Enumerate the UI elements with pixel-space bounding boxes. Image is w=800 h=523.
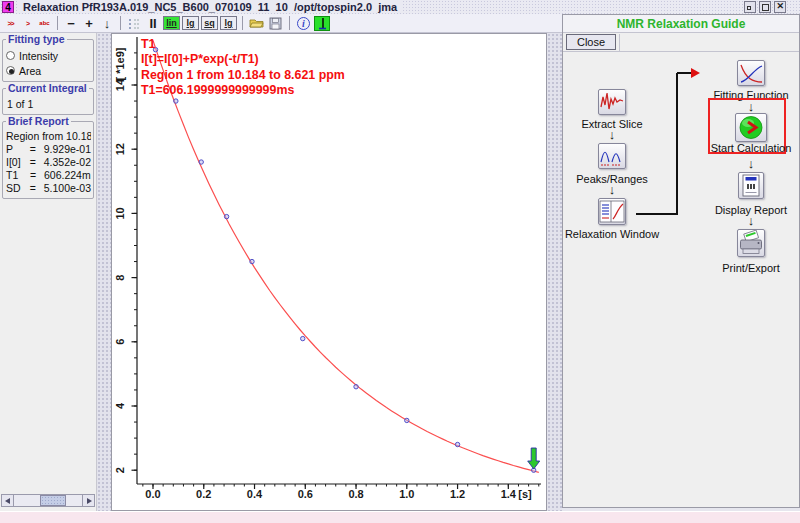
data-point (354, 385, 358, 389)
window-title: Relaxation PfR193A.019_NC5_B600_070109 1… (19, 1, 401, 13)
relaxation-plot: 0.00.20.40.60.81.01.21.4[s]1412108642[ *… (112, 34, 546, 510)
start-calculation-icon (736, 114, 766, 141)
y-axis-unit: [ *1e9] (114, 47, 126, 80)
radio-intensity-circle[interactable] (6, 51, 15, 60)
scroll-left-button[interactable] (1, 494, 14, 507)
data-point (224, 214, 228, 218)
current-integral-group: Current Integral 1 of 1 (2, 88, 94, 115)
report-row-t1: T1=606.224m (6, 169, 91, 182)
execute-button[interactable]: > (20, 16, 35, 31)
radio-area[interactable]: Area (6, 63, 91, 78)
plot-annotation: I[t]=I[0]+P*exp(-t/T1) (141, 52, 259, 66)
open-folder-icon[interactable] (248, 15, 265, 31)
guide-toolbar: Close (563, 33, 799, 52)
print-export-button[interactable] (737, 229, 765, 257)
scrollbar-thumb[interactable] (40, 495, 66, 506)
brief-report-title: Brief Report (6, 115, 71, 127)
flow-connector-vertical (676, 73, 678, 215)
y-tick-label: 8 (114, 275, 126, 281)
flow-arrow-down: ↓ (748, 102, 755, 112)
fit-curve (153, 40, 539, 472)
fitting-type-title: Fitting type (6, 33, 67, 45)
left-panel-hscrollbar[interactable] (1, 494, 95, 507)
relaxation-plot-canvas[interactable]: 0.00.20.40.60.81.01.21.4[s]1412108642[ *… (111, 33, 547, 511)
scale-sq-button[interactable]: sq (201, 16, 218, 30)
fitting-function-button[interactable] (737, 60, 765, 86)
guide-toolbar-separator (619, 34, 620, 51)
save-icon[interactable] (267, 15, 284, 31)
radio-area-circle[interactable] (6, 66, 15, 75)
integration-tool-icon[interactable] (314, 16, 330, 31)
iconify-button[interactable] (744, 1, 756, 13)
report-row-sd: SD=5.100e-03 (6, 182, 91, 195)
zoom-out-button[interactable]: − (63, 15, 79, 31)
relaxation-window-icon (599, 199, 625, 224)
flow-arrow-down: ↓ (609, 130, 616, 140)
display-report-button[interactable] (738, 172, 764, 199)
status-strip (0, 511, 800, 523)
abc-button[interactable]: abc (37, 16, 52, 31)
window-badge: 4 (2, 1, 14, 13)
flow-arrow-down: ↓ (748, 159, 755, 169)
split-divider-left[interactable] (97, 33, 111, 511)
pause-button[interactable]: II (145, 15, 161, 31)
radio-area-label: Area (19, 65, 41, 77)
close-window-button[interactable] (774, 1, 786, 13)
maximize-icon (762, 4, 769, 11)
plot-annotation: T1=606.1999999999999ms (141, 83, 294, 97)
x-tick-label: 1.0 (399, 488, 414, 500)
iconify-icon (747, 6, 751, 10)
window-titlebar[interactable]: 4 Relaxation PfR193A.019_NC5_B600_070109… (0, 0, 800, 14)
plot-annotation: T1 (141, 37, 156, 51)
extract-slice-button[interactable] (598, 89, 626, 115)
toolbar-separator (242, 16, 243, 30)
info-icon[interactable]: i (295, 15, 312, 31)
y-tick-label: 6 (114, 339, 126, 345)
flow-connector-bottom (636, 213, 677, 215)
x-tick-label: 0.8 (348, 488, 363, 500)
arrow-down-button[interactable]: ↓ (99, 15, 115, 31)
radio-intensity[interactable]: Intensity (6, 48, 91, 63)
extract-slice-icon (599, 90, 625, 114)
fitting-type-group: Fitting type Intensity Area (2, 39, 94, 82)
radio-intensity-label: Intensity (19, 50, 58, 62)
peaks-ranges-button[interactable] (598, 143, 626, 169)
scale-lin-button[interactable]: lin (163, 16, 180, 30)
toolbar-separator (57, 16, 58, 30)
relaxation-window-button[interactable] (598, 198, 626, 225)
data-point (199, 160, 203, 164)
y-tick-label: 4 (114, 402, 126, 409)
x-axis-unit: [s] (518, 488, 532, 500)
peaks-ranges-icon (599, 144, 625, 168)
start-calculation-button[interactable] (735, 113, 767, 142)
scroll-right-button[interactable] (82, 494, 95, 507)
report-region-line: Region from 10.184 to (6, 130, 91, 143)
execute-all-button[interactable]: >> (3, 16, 18, 31)
scale-lg2-button[interactable]: lg (220, 16, 237, 30)
main-toolbar: >> > abc − + ↓ II lin lg sq lg (0, 14, 562, 33)
print-export-label: Print/Export (722, 262, 779, 274)
y-tick-label: 12 (114, 143, 126, 155)
guide-title: NMR Relaxation Guide (563, 15, 799, 33)
display-report-icon (739, 173, 763, 198)
x-tick-label: 0.6 (298, 488, 313, 500)
toolbar-separator (120, 16, 121, 30)
print-export-icon (738, 230, 764, 256)
topspin-relaxation-window: 4 Relaxation PfR193A.019_NC5_B600_070109… (0, 0, 800, 523)
flow-arrowhead (691, 68, 700, 78)
maximize-button[interactable] (759, 1, 771, 13)
data-point (455, 442, 459, 446)
zoom-in-button[interactable]: + (81, 15, 97, 31)
peak-list-icon[interactable] (126, 15, 143, 31)
scrollbar-track[interactable] (14, 494, 82, 507)
nmr-relaxation-guide-panel: NMR Relaxation Guide Close Extract Slice… (562, 14, 800, 508)
x-tick-label: 0.4 (247, 488, 263, 500)
flow-connector-top (677, 72, 691, 74)
scale-lg-button[interactable]: lg (182, 16, 199, 30)
close-guide-button[interactable]: Close (566, 34, 616, 50)
data-point (301, 336, 305, 340)
scroll-left-icon (5, 498, 10, 504)
flow-arrow-down: ↓ (609, 185, 616, 195)
split-divider-right[interactable] (547, 33, 562, 511)
plot-annotation: Region 1 from 10.184 to 8.621 ppm (141, 68, 345, 82)
